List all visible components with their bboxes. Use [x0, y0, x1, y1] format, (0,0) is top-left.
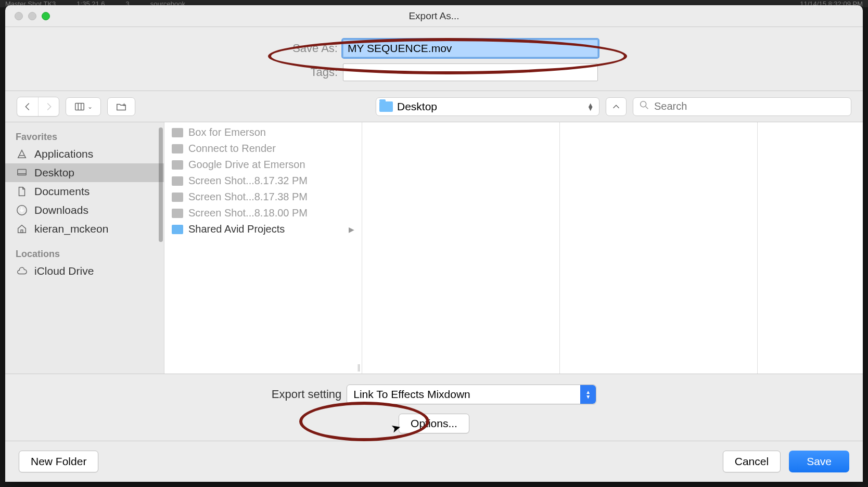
svg-rect-0 [75, 103, 84, 110]
minimize-window-icon[interactable] [28, 12, 36, 20]
file-item[interactable]: Box for Emerson [164, 124, 362, 140]
locations-header: Locations [5, 244, 164, 262]
file-icon [172, 193, 183, 202]
column-2[interactable] [362, 122, 560, 374]
nav-buttons [17, 97, 59, 117]
export-setting-dropdown[interactable]: Link To Effects Mixdown ▲▼ [347, 385, 596, 404]
search-field[interactable] [633, 97, 851, 116]
back-button[interactable] [17, 97, 38, 116]
dialog-title: Export As... [5, 10, 863, 22]
chevron-up-icon [610, 101, 622, 112]
svg-rect-11 [21, 230, 23, 233]
file-name: Box for Emerson [188, 126, 266, 138]
file-icon [172, 160, 183, 170]
dialog-footer: New Folder Cancel Save [5, 441, 863, 482]
folder-icon [379, 101, 393, 112]
sidebar-item-label: Downloads [34, 204, 88, 216]
export-dialog: Export As... Save As: Tags: ⌄ [5, 5, 863, 482]
home-icon [16, 223, 28, 235]
tags-label: Tags: [270, 66, 338, 79]
file-icon [172, 225, 183, 234]
folder-plus-icon [116, 101, 127, 112]
file-item[interactable]: Screen Shot...8.17.32 PM [164, 173, 362, 189]
desktop-icon [16, 166, 28, 179]
titlebar: Export As... [5, 5, 863, 27]
options-button[interactable]: Options... [399, 414, 469, 433]
chevron-left-icon [22, 101, 33, 112]
search-input[interactable] [654, 100, 846, 112]
view-mode-button[interactable]: ⌄ [66, 97, 101, 116]
file-name: Screen Shot...8.17.38 PM [188, 191, 308, 203]
sidebar-item-downloads[interactable]: Downloads [5, 201, 164, 220]
finder-body: Favorites ApplicationsDesktopDocumentsDo… [5, 122, 863, 374]
sidebar-item-kieran_mckeon[interactable]: kieran_mckeon [5, 220, 164, 238]
chevron-right-icon: ▶ [349, 225, 354, 234]
chevron-right-icon [43, 101, 55, 112]
export-setting-value: Link To Effects Mixdown [353, 388, 470, 401]
file-name: Screen Shot...8.18.00 PM [188, 207, 308, 219]
sidebar-item-label: Documents [34, 185, 90, 198]
finder-toolbar: ⌄ Desktop ▲▼ [5, 91, 863, 122]
tags-input[interactable] [343, 63, 598, 81]
save-as-label: Save As: [270, 42, 338, 55]
column-view: Box for EmersonConnect to RenderGoogle D… [164, 122, 863, 374]
export-setting-label: Export setting [272, 388, 342, 401]
docs-icon [16, 185, 28, 198]
location-dropdown[interactable]: Desktop ▲▼ [376, 97, 599, 116]
file-item[interactable]: Shared Avid Projects▶ [164, 221, 362, 237]
column-resizer-icon[interactable]: ‖ [357, 363, 367, 371]
export-settings-area: Export setting Link To Effects Mixdown ▲… [5, 374, 863, 441]
column-3[interactable] [560, 122, 758, 374]
window-controls [5, 12, 50, 20]
file-item[interactable]: Google Drive at Emerson [164, 157, 362, 173]
svg-point-5 [641, 101, 646, 107]
file-name: Screen Shot...8.17.32 PM [188, 175, 308, 187]
save-as-input[interactable] [343, 40, 598, 57]
file-name: Connect to Render [188, 143, 276, 155]
file-icon [172, 128, 183, 137]
file-icon [172, 209, 183, 218]
file-item[interactable]: Screen Shot...8.18.00 PM [164, 205, 362, 221]
file-name: Google Drive at Emerson [188, 159, 305, 171]
new-folder-button[interactable]: New Folder [19, 451, 98, 472]
file-item[interactable]: Screen Shot...8.17.38 PM [164, 189, 362, 205]
collapse-button[interactable] [606, 97, 627, 116]
search-icon [639, 99, 650, 113]
zoom-window-icon[interactable] [42, 12, 50, 20]
sidebar-item-label: Applications [34, 148, 93, 160]
sidebar-item-label: kieran_mckeon [34, 223, 108, 235]
updown-icon: ▲▼ [587, 103, 594, 110]
sidebar-item-label: iCloud Drive [34, 265, 94, 277]
save-button[interactable]: Save [789, 451, 849, 472]
sidebar: Favorites ApplicationsDesktopDocumentsDo… [5, 122, 164, 374]
chevron-down-icon: ⌄ [87, 103, 93, 110]
file-icon [172, 176, 183, 186]
dropdown-arrows-icon: ▲▼ [580, 385, 596, 404]
new-folder-toolbar-button[interactable] [107, 97, 135, 116]
svg-rect-8 [18, 170, 27, 175]
downloads-icon [16, 204, 28, 216]
file-name: Shared Avid Projects [188, 223, 285, 235]
svg-line-6 [646, 107, 648, 109]
column-1[interactable]: Box for EmersonConnect to RenderGoogle D… [164, 122, 362, 374]
apps-icon [16, 148, 28, 160]
sidebar-item-applications[interactable]: Applications [5, 145, 164, 163]
columns-icon [74, 101, 85, 112]
cloud-icon [16, 265, 28, 277]
close-window-icon[interactable] [15, 12, 23, 20]
file-item[interactable]: Connect to Render [164, 140, 362, 157]
sidebar-item-documents[interactable]: Documents [5, 182, 164, 201]
cancel-button[interactable]: Cancel [723, 451, 781, 472]
sidebar-item-icloud-drive[interactable]: iCloud Drive [5, 262, 164, 280]
favorites-header: Favorites [5, 126, 164, 145]
sidebar-item-label: Desktop [34, 166, 74, 179]
forward-button[interactable] [38, 97, 59, 116]
save-form: Save As: Tags: [5, 27, 863, 91]
file-icon [172, 144, 183, 153]
sidebar-item-desktop[interactable]: Desktop [5, 163, 164, 182]
location-label: Desktop [397, 100, 583, 113]
sidebar-scrollbar[interactable] [159, 127, 163, 242]
